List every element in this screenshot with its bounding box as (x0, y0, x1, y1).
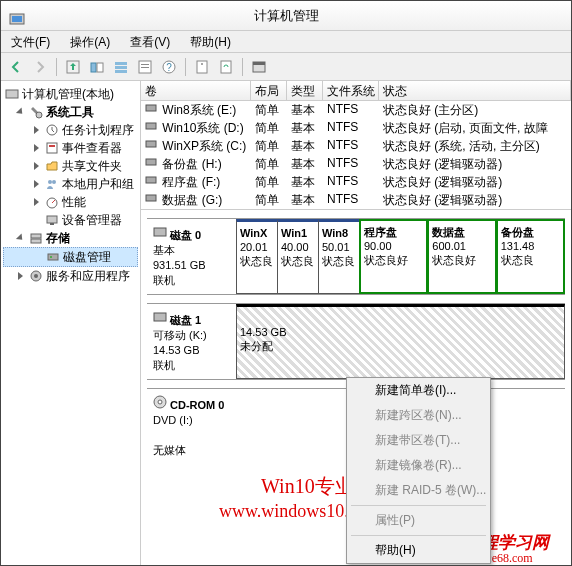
svg-rect-21 (47, 143, 57, 153)
disk-0-partition[interactable]: Win140.00状态良 (277, 219, 319, 294)
col-type[interactable]: 类型 (287, 81, 323, 100)
svg-rect-38 (146, 177, 156, 183)
disk-1-unallocated[interactable]: 14.53 GB未分配 (236, 304, 565, 379)
disk-0-partition[interactable]: WinX20.01状态良 (236, 219, 278, 294)
table-header: 卷 布局 类型 文件系统 状态 (141, 81, 571, 101)
tree-performance[interactable]: 性能 (3, 193, 138, 211)
svg-rect-37 (146, 159, 156, 165)
svg-point-24 (52, 180, 56, 184)
svg-rect-28 (31, 234, 41, 238)
refresh-icon[interactable] (215, 56, 237, 78)
table-row[interactable]: Win10系统 (D:)简单基本NTFS状态良好 (启动, 页面文件, 故障 (141, 119, 571, 137)
svg-rect-17 (253, 62, 265, 65)
tree-device-manager[interactable]: 设备管理器 (3, 211, 138, 229)
disk-0-partition[interactable]: 程序盘90.00状态良好 (359, 219, 428, 294)
svg-rect-18 (6, 90, 18, 98)
disk-1-info[interactable]: 磁盘 1 可移动 (K:) 14.53 GB 联机 (147, 304, 237, 379)
svg-rect-13 (197, 61, 207, 73)
forward-icon (29, 56, 51, 78)
menu-properties: 属性(P) (347, 508, 490, 533)
settings-icon[interactable] (191, 56, 213, 78)
svg-text:?: ? (166, 62, 172, 73)
cdrom-icon (153, 395, 167, 409)
tree-storage[interactable]: 存储 (3, 229, 138, 247)
list-view-icon[interactable] (248, 56, 270, 78)
menu-view[interactable]: 查看(V) (120, 31, 180, 52)
disk-0-info[interactable]: 磁盘 0 基本 931.51 GB 联机 (147, 219, 237, 294)
context-menu: 新建简单卷(I)... 新建跨区卷(N)... 新建带区卷(T)... 新建镜像… (346, 377, 491, 564)
svg-rect-6 (115, 66, 127, 69)
menu-file[interactable]: 文件(F) (1, 31, 60, 52)
svg-rect-34 (146, 105, 156, 111)
show-hide-icon[interactable] (86, 56, 108, 78)
menu-new-striped-volume: 新建带区卷(T)... (347, 428, 490, 453)
view-icon[interactable] (110, 56, 132, 78)
app-icon (9, 8, 25, 24)
svg-point-23 (48, 180, 52, 184)
svg-rect-5 (115, 62, 127, 65)
table-row[interactable]: 数据盘 (G:)简单基本NTFS状态良好 (逻辑驱动器) (141, 191, 571, 209)
svg-rect-1 (12, 16, 22, 22)
table-row[interactable]: Win8系统 (E:)简单基本NTFS状态良好 (主分区) (141, 101, 571, 119)
toolbar: ? (1, 53, 571, 81)
tree-shared-folders[interactable]: 共享文件夹 (3, 157, 138, 175)
disk-0-partition[interactable]: 备份盘131.48状态良 (496, 219, 565, 294)
svg-rect-26 (47, 216, 57, 223)
tree-disk-management[interactable]: 磁盘管理 (3, 247, 138, 267)
volume-table: 卷 布局 类型 文件系统 状态 Win8系统 (E:)简单基本NTFS状态良好 … (141, 81, 571, 210)
volume-icon (145, 120, 159, 134)
svg-rect-22 (49, 145, 55, 147)
svg-rect-30 (48, 254, 58, 260)
svg-rect-9 (141, 64, 149, 65)
table-row[interactable]: 备份盘 (H:)简单基本NTFS状态良好 (逻辑驱动器) (141, 155, 571, 173)
svg-rect-15 (221, 61, 231, 73)
svg-rect-27 (50, 223, 54, 225)
disk-icon (153, 310, 167, 324)
svg-rect-29 (31, 239, 41, 243)
volume-icon (145, 174, 159, 188)
help-icon[interactable]: ? (158, 56, 180, 78)
cdrom-info[interactable]: CD-ROM 0 DVD (I:) 无媒体 (147, 389, 237, 464)
svg-point-43 (158, 400, 162, 404)
up-icon[interactable] (62, 56, 84, 78)
tree-system-tools[interactable]: 系统工具 (3, 103, 138, 121)
svg-rect-4 (97, 63, 103, 72)
svg-point-14 (201, 63, 203, 65)
volume-icon (145, 102, 159, 116)
menu-help[interactable]: 帮助(H) (180, 31, 241, 52)
svg-rect-7 (115, 70, 127, 73)
svg-point-33 (34, 274, 38, 278)
svg-rect-39 (146, 195, 156, 201)
menu-action[interactable]: 操作(A) (60, 31, 120, 52)
tree-services-apps[interactable]: 服务和应用程序 (3, 267, 138, 285)
tree-root[interactable]: 计算机管理(本地) (3, 85, 138, 103)
volume-icon (145, 192, 159, 206)
svg-rect-41 (154, 313, 166, 321)
disk-icon (153, 225, 167, 239)
back-icon[interactable] (5, 56, 27, 78)
svg-rect-36 (146, 141, 156, 147)
col-layout[interactable]: 布局 (251, 81, 287, 100)
window-title: 计算机管理 (254, 8, 319, 23)
menubar: 文件(F) 操作(A) 查看(V) 帮助(H) (1, 31, 571, 53)
table-row[interactable]: 程序盘 (F:)简单基本NTFS状态良好 (逻辑驱动器) (141, 173, 571, 191)
svg-rect-3 (91, 63, 96, 72)
col-volume[interactable]: 卷 (141, 81, 251, 100)
nav-tree: 计算机管理(本地) 系统工具 任务计划程序 事件查看器 共享文件夹 本地用户和组… (1, 81, 141, 565)
menu-help[interactable]: 帮助(H) (347, 538, 490, 563)
svg-point-19 (36, 112, 42, 118)
tree-local-users[interactable]: 本地用户和组 (3, 175, 138, 193)
properties-icon[interactable] (134, 56, 156, 78)
table-row[interactable]: WinXP系统 (C:)简单基本NTFS状态良好 (系统, 活动, 主分区) (141, 137, 571, 155)
disk-0-partition[interactable]: 数据盘600.01状态良好 (427, 219, 496, 294)
menu-new-raid5-volume: 新建 RAID-5 卷(W)... (347, 478, 490, 503)
tree-event-viewer[interactable]: 事件查看器 (3, 139, 138, 157)
svg-rect-40 (154, 228, 166, 236)
col-fs[interactable]: 文件系统 (323, 81, 379, 100)
tree-task-scheduler[interactable]: 任务计划程序 (3, 121, 138, 139)
menu-new-spanned-volume: 新建跨区卷(N)... (347, 403, 490, 428)
col-status[interactable]: 状态 (379, 81, 571, 100)
menu-new-simple-volume[interactable]: 新建简单卷(I)... (347, 378, 490, 403)
volume-icon (145, 156, 159, 170)
disk-0-partition[interactable]: Win850.01状态良 (318, 219, 360, 294)
